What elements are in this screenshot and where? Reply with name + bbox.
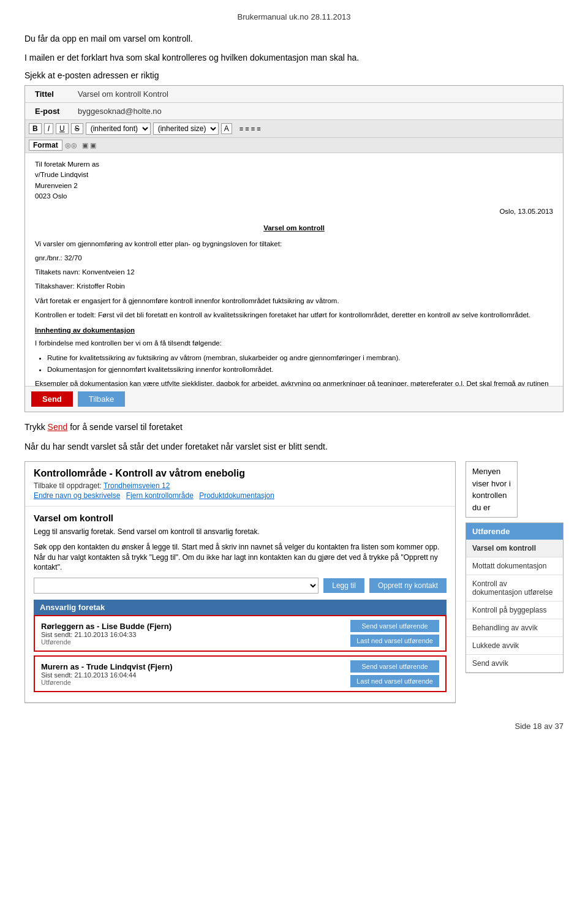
font-select[interactable]: (inherited font) — [86, 123, 151, 135]
strikethrough-button[interactable]: S — [71, 123, 83, 134]
body-para1: Vi varsler om gjennomføring av kontroll … — [35, 239, 553, 249]
foretak-info-2: Murern as - Trude Lindqvist (Fjern) Sist… — [41, 662, 173, 686]
nar-text: Når du har sendt varslet så står det und… — [24, 442, 564, 451]
varsel-section: Varsel om kontroll Legg til ansvarlig fo… — [25, 507, 455, 703]
email-toolbar: B I U S (inherited font) (inherited size… — [25, 120, 563, 138]
send-utforende-btn-2[interactable]: Send varsel utførende — [350, 660, 439, 673]
back-button[interactable]: Tilbake — [78, 391, 125, 407]
intro-line2: I mailen er det forklart hva som skal ko… — [24, 51, 564, 64]
send-link[interactable]: Send — [48, 422, 68, 432]
send-button[interactable]: Send — [31, 391, 73, 407]
send-utforende-btn-1[interactable]: Send varsel utførende — [350, 620, 439, 632]
bold-button[interactable]: B — [29, 123, 42, 134]
letter-date: Oslo, 13.05.2013 — [35, 206, 553, 217]
ansvarlig-header: Ansvarlig foretak — [34, 600, 447, 615]
toolbar-align-icons: ≡ ≡ ≡ ≡ — [239, 125, 261, 132]
format-label: Format — [29, 140, 62, 151]
back-link-row: Tilbake til oppdraget: Trondheimsveien 1… — [34, 481, 447, 490]
opprett-button[interactable]: Opprett ny kontakt — [369, 578, 447, 593]
page-footer: Side 18 av 37 — [24, 722, 564, 731]
foretak-role-1: Utførende — [41, 638, 172, 646]
last-ned-btn-2[interactable]: Last ned varsel utførende — [350, 675, 439, 687]
email-value: byggesoknad@holte.no — [78, 107, 162, 116]
last-ned-btn-1[interactable]: Last ned varsel utførende — [350, 635, 439, 647]
section1-intro: I forbindelse med kontrollen ber vi om å… — [35, 338, 553, 349]
section1-heading: Innhenting av dokumentasjon — [35, 325, 553, 336]
page-header: Brukermanual uk.no 28.11.2013 — [24, 12, 564, 21]
foretak-sent-2: Sist sendt: 21.10.2013 16:04:44 — [41, 671, 173, 679]
underline-button[interactable]: U — [56, 123, 69, 134]
right-column: Menyenviser hvor ikontrollendu er Utføre… — [466, 461, 564, 673]
bottom-section: Kontrollområde - Kontroll av våtrom eneb… — [24, 461, 564, 703]
section1-list: Rutine for kvalitetssikring av fuktsikri… — [47, 353, 553, 375]
produktdok-link[interactable]: Produktdokumentasjon — [199, 491, 274, 500]
format-icons: ▣ ▣ — [82, 141, 96, 149]
email-address-row: E-post byggesoknad@holte.no — [25, 103, 563, 120]
email-label: E-post — [35, 107, 78, 116]
foretak-sent-1: Sist sendt: 21.10.2013 16:04:33 — [41, 631, 172, 638]
legg-til-button[interactable]: Legg til — [323, 578, 364, 593]
varsel-heading: Varsel om kontroll — [34, 513, 447, 523]
varsel-text2: Søk opp den kontakten du ønsker å legge … — [34, 542, 447, 573]
input-row: Legg til Opprett ny kontakt — [34, 578, 447, 594]
foretak-name-2: Murern as - Trude Lindqvist (Fjern) — [41, 662, 173, 671]
kontroll-box: Kontrollområde - Kontroll av våtrom eneb… — [24, 461, 456, 703]
varsel-text1: Legg til ansvarlig foretak. Send varsel … — [34, 527, 447, 537]
body-tiltakshaver: Tiltakshaver: Kristoffer Robin — [35, 281, 553, 292]
right-menu-header: Utførende — [466, 523, 563, 540]
menu-item-varsel[interactable]: Varsel om kontroll — [466, 540, 563, 557]
menu-item-kontroll-bygg[interactable]: Kontroll på byggeplass — [466, 602, 563, 619]
endre-link[interactable]: Endre navn og beskrivelse — [34, 491, 120, 500]
menyen-callout: Menyenviser hvor ikontrollendu er — [466, 461, 518, 518]
italic-button[interactable]: I — [44, 123, 53, 134]
section-label: Sjekk at e-posten adressen er riktig — [24, 70, 564, 80]
contact-select[interactable] — [34, 578, 318, 594]
foretak-item-1: Rørleggern as - Lise Budde (Fjern) Sist … — [34, 615, 447, 652]
size-select[interactable]: (inherited size) — [153, 123, 219, 135]
format-extra: ◎◎ — [65, 141, 77, 149]
body-navn: Tiltakets navn: Konventveien 12 — [35, 267, 553, 277]
body-para2: Vårt foretak er engasjert for å gjennomf… — [35, 296, 553, 306]
title-value: Varsel om kontroll Kontrol — [78, 89, 168, 99]
email-body: Til foretak Murern as v/Trude Lindqvist … — [25, 153, 563, 386]
body-para4: Eksempler på dokumentasjon kan være utfy… — [35, 379, 553, 386]
kontroll-heading: Kontrollområde - Kontroll av våtrom eneb… — [34, 468, 447, 479]
right-menu: Utførende Varsel om kontroll Mottatt dok… — [466, 522, 564, 673]
foretak-name-1: Rørleggern as - Lise Budde (Fjern) — [41, 622, 172, 631]
back-link[interactable]: Trondheimsveien 12 — [104, 481, 170, 490]
email-actions: Send Tilbake — [25, 386, 563, 412]
intro-line1: Du får da opp en mail om varsel om kontr… — [24, 32, 564, 45]
letter-recipient: Til foretak Murern as v/Trude Lindqvist … — [35, 159, 553, 202]
kontroll-header: Kontrollområde - Kontroll av våtrom eneb… — [25, 462, 455, 507]
email-body-wrapper: Til foretak Murern as v/Trude Lindqvist … — [25, 153, 563, 386]
menu-item-kontroll-dok[interactable]: Kontroll av dokumentasjon utførelse — [466, 575, 563, 602]
foretak-role-2: Utførende — [41, 679, 173, 686]
title-label: Tittel — [35, 89, 78, 99]
toolbar-color-icon: A — [221, 123, 232, 134]
menu-item-send-avvik[interactable]: Send avvik — [466, 655, 563, 673]
format-row: Format ◎◎ ▣ ▣ — [25, 138, 563, 153]
fjern-link[interactable]: Fjern kontrollområde — [126, 491, 194, 500]
letter-title: Varsel om kontroll — [35, 223, 553, 233]
email-preview: Tittel Varsel om kontroll Kontrol E-post… — [24, 85, 564, 412]
body-gnr: gnr./bnr.: 32/70 — [35, 253, 553, 263]
email-title-row: Tittel Varsel om kontroll Kontrol — [25, 86, 563, 103]
trykk-text: Trykk Send for å sende varsel til foreta… — [24, 422, 564, 432]
foretak-btns-1: Send varsel utførende Last ned varsel ut… — [350, 620, 439, 647]
foretak-info-1: Rørleggern as - Lise Budde (Fjern) Sist … — [41, 622, 172, 646]
menu-item-behandling[interactable]: Behandling av avvik — [466, 619, 563, 637]
menu-item-mottatt[interactable]: Mottatt dokumentasjon — [466, 557, 563, 575]
foretak-btns-2: Send varsel utførende Last ned varsel ut… — [350, 660, 439, 687]
foretak-item-2: Murern as - Trude Lindqvist (Fjern) Sist… — [34, 655, 447, 692]
links-row: Endre navn og beskrivelse Fjern kontroll… — [34, 491, 447, 500]
body-para3: Kontrollen er todelt: Først vil det bli … — [35, 310, 553, 320]
menu-item-lukkede[interactable]: Lukkede avvik — [466, 637, 563, 655]
